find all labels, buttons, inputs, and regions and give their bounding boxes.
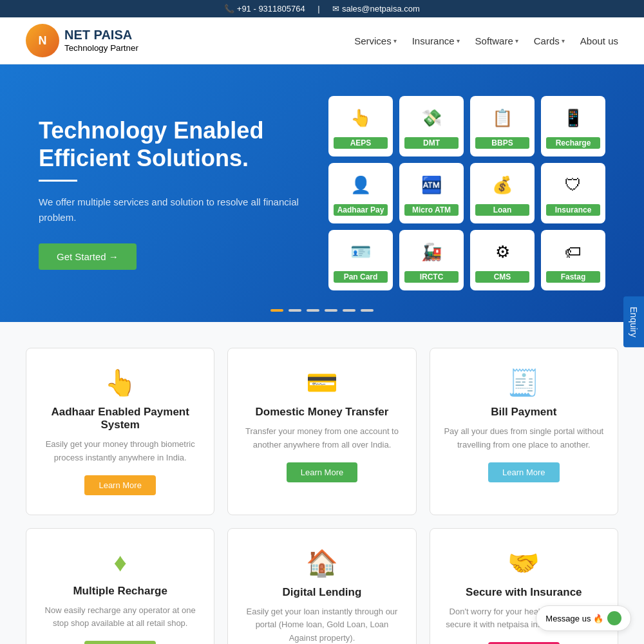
insurance-icon: 🛡 bbox=[559, 171, 587, 199]
card-recharge-title: Multiple Recharge bbox=[39, 585, 201, 598]
enquiry-tab[interactable]: Enquiry bbox=[623, 296, 644, 347]
card-aeps-title: Aadhaar Enabled Payment System bbox=[39, 406, 201, 431]
dot-3[interactable] bbox=[307, 309, 319, 312]
chevron-down-icon: ▾ bbox=[515, 37, 518, 44]
card-insurance-title: Secure with Insurance bbox=[443, 586, 605, 599]
hero-divider bbox=[39, 180, 77, 182]
service-micro-atm[interactable]: 🏧 Micro ATM bbox=[399, 163, 464, 223]
card-recharge-desc: Now easily recharge any operator at one … bbox=[39, 604, 201, 631]
aeps-icon: 👆 bbox=[346, 104, 375, 132]
bill-card-icon: 🧾 bbox=[443, 368, 605, 398]
email-info: ✉ sales@netpaisa.com bbox=[332, 4, 419, 14]
card-aeps-btn[interactable]: Learn More bbox=[84, 475, 155, 495]
hero-subtitle: We offer multiple services and solution … bbox=[39, 194, 309, 225]
service-recharge[interactable]: 📱 Recharge bbox=[541, 96, 605, 156]
card-bill-title: Bill Payment bbox=[443, 406, 605, 419]
carousel-dots bbox=[270, 309, 374, 312]
get-started-button[interactable]: Get Started → bbox=[39, 243, 137, 270]
dot-6[interactable] bbox=[361, 309, 374, 312]
aadhaar-pay-icon: 👤 bbox=[346, 171, 375, 199]
hero-service-grid: 👆 AEPS 💸 DMT 📋 BBPS 📱 Recharge 👤 Aadhaar… bbox=[328, 96, 605, 290]
dmt-icon: 💸 bbox=[417, 104, 446, 132]
service-irctc[interactable]: 🚂 IRCTC bbox=[399, 230, 464, 290]
service-cms[interactable]: ⚙ CMS bbox=[470, 230, 535, 290]
chevron-down-icon: ▾ bbox=[562, 37, 565, 44]
services-section: 👆 Aadhaar Enabled Payment System Easily … bbox=[0, 322, 644, 644]
separator: | bbox=[317, 4, 319, 14]
recharge-icon: 📱 bbox=[559, 104, 587, 132]
cms-icon: ⚙ bbox=[488, 238, 516, 266]
recharge-card-icon: ♦ bbox=[39, 548, 201, 577]
service-loan[interactable]: 💰 Loan bbox=[470, 163, 535, 223]
card-dmt: 💳 Domestic Money Transfer Transfer your … bbox=[227, 348, 416, 515]
card-bill-desc: Pay all your dues from single portal wit… bbox=[443, 425, 605, 452]
brand-name: NET PAISA bbox=[64, 28, 138, 42]
nav-services[interactable]: Services ▾ bbox=[354, 35, 397, 46]
card-aeps: 👆 Aadhaar Enabled Payment System Easily … bbox=[26, 348, 214, 515]
hero-title: Technology Enabled Efficient Solutions. bbox=[39, 117, 309, 172]
services-grid: 👆 Aadhaar Enabled Payment System Easily … bbox=[26, 348, 618, 644]
hero-section: Technology Enabled Efficient Solutions. … bbox=[0, 64, 644, 322]
service-pan-card[interactable]: 🪪 Pan Card bbox=[328, 230, 393, 290]
card-bill: 🧾 Bill Payment Pay all your dues from si… bbox=[430, 348, 618, 515]
chevron-down-icon: ▾ bbox=[393, 37, 397, 44]
irctc-icon: 🚂 bbox=[417, 238, 446, 266]
nav-insurance[interactable]: Insurance ▾ bbox=[412, 35, 460, 46]
logo-area: N NET PAISA Technology Partner bbox=[26, 24, 138, 57]
service-aadhaar-pay[interactable]: 👤 Aadhaar Pay bbox=[328, 163, 393, 223]
dot-1[interactable] bbox=[270, 309, 283, 312]
insurance-card-icon: 🤝 bbox=[443, 548, 605, 578]
micro-atm-icon: 🏧 bbox=[417, 171, 446, 199]
dmt-card-icon: 💳 bbox=[241, 368, 402, 398]
service-fastag[interactable]: 🏷 Fastag bbox=[541, 230, 605, 290]
chat-bubble[interactable]: Message us 🔥 bbox=[536, 605, 631, 631]
service-insurance[interactable]: 🛡 Insurance bbox=[541, 163, 605, 223]
service-dmt[interactable]: 💸 DMT bbox=[399, 96, 464, 156]
dot-2[interactable] bbox=[289, 309, 301, 312]
service-aeps[interactable]: 👆 AEPS bbox=[328, 96, 393, 156]
card-bill-btn[interactable]: Learn More bbox=[488, 462, 559, 482]
card-lending-desc: Easily get your loan instantly through o… bbox=[241, 605, 402, 644]
main-nav: Services ▾ Insurance ▾ Software ▾ Cards … bbox=[354, 35, 618, 46]
header: N NET PAISA Technology Partner Services … bbox=[0, 17, 644, 64]
tagline: Technology Partner bbox=[64, 43, 138, 53]
card-recharge: ♦ Multiple Recharge Now easily recharge … bbox=[26, 528, 214, 644]
hero-text: Technology Enabled Efficient Solutions. … bbox=[39, 117, 309, 270]
loan-icon: 💰 bbox=[488, 171, 516, 199]
card-recharge-btn[interactable]: Learn More bbox=[84, 641, 155, 644]
card-aeps-desc: Easily get your money through biometric … bbox=[39, 438, 201, 465]
card-dmt-desc: Transfer your money from one account to … bbox=[241, 425, 402, 452]
top-bar: 📞 +91 - 9311805764 | ✉ sales@netpaisa.co… bbox=[0, 0, 644, 17]
service-bbps[interactable]: 📋 BBPS bbox=[470, 96, 535, 156]
bbps-icon: 📋 bbox=[488, 104, 516, 132]
lending-card-icon: 🏠 bbox=[241, 548, 402, 578]
nav-about[interactable]: About us bbox=[580, 35, 618, 46]
card-lending: 🏠 Digital Lending Easily get your loan i… bbox=[227, 528, 416, 644]
chat-avatar-icon bbox=[607, 611, 621, 625]
dot-5[interactable] bbox=[343, 309, 355, 312]
nav-software[interactable]: Software ▾ bbox=[475, 35, 518, 46]
pan-card-icon: 🪪 bbox=[346, 238, 375, 266]
chevron-down-icon: ▾ bbox=[457, 37, 460, 44]
nav-cards[interactable]: Cards ▾ bbox=[534, 35, 565, 46]
card-lending-title: Digital Lending bbox=[241, 586, 402, 599]
logo-icon: N bbox=[26, 24, 59, 57]
chat-label: Message us 🔥 bbox=[545, 614, 603, 623]
fastag-icon: 🏷 bbox=[559, 238, 587, 266]
card-dmt-btn[interactable]: Learn More bbox=[287, 462, 357, 482]
phone-info: 📞 +91 - 9311805764 bbox=[224, 4, 305, 14]
aeps-card-icon: 👆 bbox=[39, 368, 201, 398]
card-dmt-title: Domestic Money Transfer bbox=[241, 406, 402, 419]
dot-4[interactable] bbox=[325, 309, 337, 312]
